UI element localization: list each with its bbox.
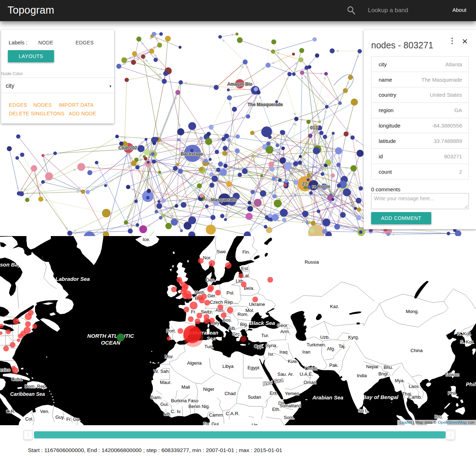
svg-text:Sudan: Sudan: [248, 394, 261, 400]
svg-text:son Bay: son Bay: [0, 261, 21, 268]
svg-text:Lat.: Lat.: [242, 273, 250, 278]
svg-text:Amager Bio: Amager Bio: [227, 82, 253, 87]
svg-text:Afg.: Afg.: [327, 346, 335, 351]
svg-text:Pak.: Pak.: [329, 363, 339, 368]
svg-text:Somaliland: Somaliland: [280, 403, 301, 408]
svg-text:Erit.: Erit.: [269, 390, 278, 396]
svg-text:Grc.: Grc.: [232, 331, 241, 337]
svg-text:W. Sah.: W. Sah.: [154, 369, 170, 374]
svg-text:Turkmen.: Turkmen.: [307, 342, 326, 347]
svg-text:Cyp.: Cyp.: [254, 344, 264, 349]
svg-text:Gui.: Gui.: [160, 402, 169, 407]
svg-text:Fr.: Fr.: [191, 309, 196, 315]
svg-text:Ven.: Ven.: [40, 409, 49, 414]
svg-text:Som.: Som.: [284, 415, 295, 420]
svg-text:Bos.: Bos.: [223, 317, 232, 323]
svg-text:S. Kor.: S. Kor.: [460, 339, 474, 345]
svg-text:013: 013: [310, 125, 318, 130]
svg-text:Bru.: Bru.: [434, 414, 443, 419]
svg-text:Bngl.: Bngl.: [378, 371, 389, 376]
svg-text:Maur.: Maur.: [160, 380, 172, 385]
svg-text:Fin.: Fin.: [242, 249, 250, 255]
svg-text:Alb.: Alb.: [228, 326, 236, 331]
svg-text:Tur.: Tur.: [261, 333, 269, 338]
svg-text:Ice.: Ice.: [143, 237, 150, 242]
svg-text:re Room: re Room: [312, 184, 330, 189]
svg-text:Mya.: Mya.: [395, 378, 405, 383]
svg-text:Laos: Laos: [409, 384, 419, 389]
svg-text:Libya: Libya: [222, 364, 234, 369]
svg-text:Sea: Sea: [207, 336, 216, 341]
svg-text:Est.: Est.: [241, 266, 249, 271]
svg-text:Niger: Niger: [203, 387, 214, 392]
svg-text:Guy.: Guy.: [55, 414, 65, 420]
svg-text:Geor.: Geor.: [277, 323, 288, 328]
svg-text:Benin: Benin: [188, 404, 200, 409]
svg-text:Z7: Z7: [302, 182, 307, 187]
svg-text:Nig.: Nig.: [201, 404, 210, 409]
svg-text:C. Iv.: C. Iv.: [171, 409, 181, 414]
svg-text:Nor.: Nor.: [203, 255, 212, 260]
svg-text:Bay of Bengal: Bay of Bengal: [363, 394, 399, 400]
svg-text:Ger.: Ger.: [208, 293, 217, 298]
svg-text:Sri L.: Sri L.: [358, 408, 369, 413]
svg-text:C.R.: C.R.: [6, 409, 15, 414]
svg-text:Eth.: Eth.: [272, 407, 280, 412]
svg-text:Pol.: Pol.: [227, 290, 234, 296]
svg-text:Iraq: Iraq: [280, 349, 287, 355]
svg-text:Kaz.: Kaz.: [330, 304, 339, 309]
svg-text:Port.: Port.: [166, 328, 176, 333]
svg-text:Czech Rep.: Czech Rep.: [210, 299, 234, 305]
svg-text:Tun.: Tun.: [204, 344, 214, 349]
svg-text:Labrador Sea: Labrador Sea: [55, 276, 90, 282]
svg-text:Sau. Ar.: Sau. Ar.: [277, 371, 294, 377]
svg-text:Arabian Sea: Arabian Sea: [312, 394, 344, 400]
svg-text:Russia: Russia: [305, 259, 319, 265]
svg-text:Cuba: Cuba: [11, 376, 23, 382]
svg-text:Algeria: Algeria: [187, 360, 202, 366]
svg-text:Chad: Chad: [224, 391, 235, 396]
svg-text:Camb.: Camb.: [408, 394, 422, 400]
svg-text:Oman: Oman: [305, 366, 317, 371]
svg-text:Phil.: Phil.: [448, 390, 457, 396]
svg-text:Burkina Faso: Burkina Faso: [171, 398, 199, 403]
svg-text:Eq. Gui.: Eq. Gui.: [203, 421, 220, 425]
svg-text:Bhu.: Bhu.: [384, 365, 393, 370]
svg-text:OCEAN: OCEAN: [101, 340, 121, 346]
svg-text:Fr. Gu.: Fr. Gu.: [66, 417, 81, 422]
svg-text:Mong.: Mong.: [406, 309, 419, 314]
svg-text:Mor.: Mor.: [165, 354, 174, 359]
svg-text:Col.: Col.: [25, 416, 33, 422]
svg-text:India: India: [357, 373, 367, 378]
svg-text:Kyrg.: Kyrg.: [348, 335, 359, 340]
svg-text:Kuw.: Kuw.: [288, 359, 298, 364]
svg-text:Backstage: Backstage: [181, 152, 203, 157]
svg-text:Ukraine: Ukraine: [249, 302, 265, 307]
svg-text:Lib.: Lib.: [164, 411, 171, 417]
svg-text:Ug.: Ug.: [252, 422, 259, 425]
svg-text:Gam.: Gam.: [150, 395, 162, 400]
svg-text:Switz.: Switz.: [201, 309, 213, 315]
svg-text:Caribbean Sea: Caribbean Sea: [10, 391, 45, 397]
svg-text:The Masquerade: The Masquerade: [248, 102, 283, 107]
svg-text:Yemen: Yemen: [285, 391, 299, 396]
svg-text:Uzb.: Uzb.: [320, 335, 330, 340]
svg-text:China: China: [411, 348, 423, 353]
svg-text:exico: exico: [0, 367, 10, 373]
svg-text:Taj.: Taj.: [339, 344, 346, 349]
svg-text:Syria: Syria: [266, 343, 276, 348]
svg-text:NORTH ATLANTIC: NORTH ATLANTIC: [87, 333, 135, 339]
svg-text:Rom.: Rom.: [237, 312, 248, 317]
svg-text:Swe.: Swe.: [217, 249, 227, 254]
svg-text:Isr.: Isr.: [268, 351, 274, 357]
svg-text:Iran: Iran: [302, 349, 310, 355]
svg-text:Egypt: Egypt: [247, 365, 259, 370]
svg-text:N. Kor.: N. Kor.: [457, 331, 471, 336]
svg-text:Nepal: Nepal: [366, 364, 378, 369]
svg-text:Club 202: Club 202: [118, 145, 137, 150]
svg-text:Black Sea: Black Sea: [250, 320, 275, 326]
svg-text:Camrn.: Camrn.: [209, 412, 224, 418]
svg-text:Taiwan: Taiwan: [445, 372, 459, 377]
svg-text:U.A.E.: U.A.E.: [300, 371, 313, 377]
svg-text:Dom. Rep.: Dom. Rep.: [25, 384, 47, 389]
